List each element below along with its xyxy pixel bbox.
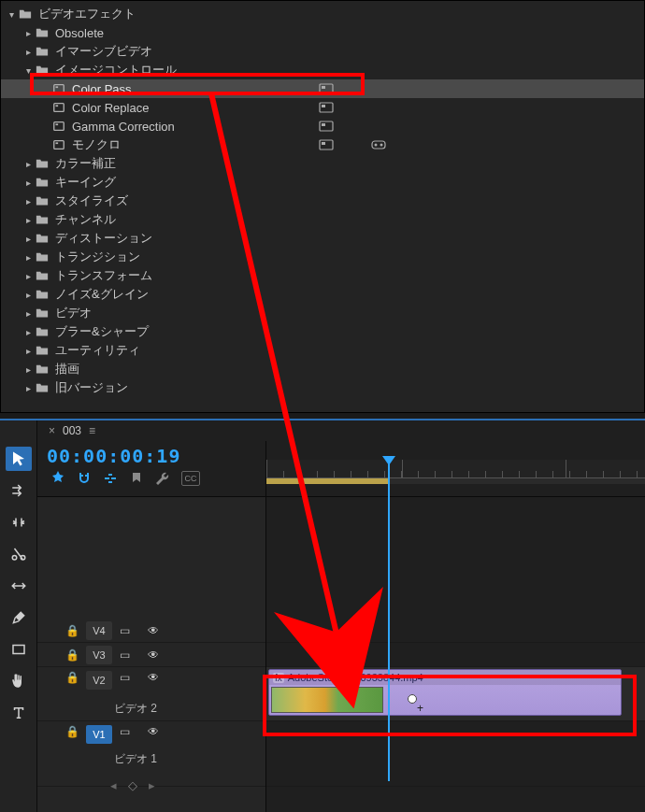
sequence-tab[interactable]: × 003 ≡	[37, 420, 645, 441]
timeline-options: CC	[47, 471, 265, 486]
add-keyframe-icon[interactable]: ◇	[128, 778, 137, 792]
lock-icon[interactable]: 🔒	[65, 624, 79, 637]
track-toggle[interactable]: V4	[86, 621, 112, 640]
lock-icon[interactable]: 🔒	[65, 648, 79, 662]
tree-preset-row[interactable]: Color Replace	[1, 98, 644, 117]
track-header-v3[interactable]: 🔒 V3 ▭ 👁	[37, 643, 265, 667]
eye-icon[interactable]: 👁	[148, 671, 159, 684]
snap-icon[interactable]	[50, 471, 65, 486]
track-header-v1[interactable]: 🔒 V1 ▭ 👁 ビデオ 1 ◂ ◇ ▸	[37, 721, 265, 787]
eye-icon[interactable]: 👁	[148, 648, 159, 662]
pen-tool[interactable]	[6, 605, 32, 630]
marker-icon[interactable]	[129, 471, 144, 486]
chevron-right-icon[interactable]: ▸	[22, 45, 35, 58]
eye-icon[interactable]: 👁	[148, 725, 159, 738]
eye-icon[interactable]: 👁	[148, 624, 159, 637]
ruler-tick	[566, 460, 566, 478]
chevron-right-icon[interactable]: ▸	[22, 176, 35, 189]
clips-area[interactable]: fx AdobeStock_200933844.mp4 +	[266, 497, 645, 812]
chevron-right-icon[interactable]: ▸	[22, 250, 35, 264]
tree-preset-row[interactable]: Color Pass	[1, 79, 644, 98]
ruler-area[interactable]: :00:0000:00:01:0000:00:02:00	[266, 441, 645, 496]
razor-tool[interactable]	[6, 542, 32, 566]
preset-icon	[51, 137, 66, 152]
chevron-right-icon[interactable]: ▸	[22, 363, 35, 376]
keyframe-marker[interactable]	[408, 694, 417, 704]
filmstrip-icon[interactable]: ▭	[120, 624, 140, 637]
hand-tool[interactable]	[6, 669, 32, 693]
timeline-header-left: 00:00:00:19 CC	[37, 441, 266, 496]
svg-rect-1	[56, 86, 59, 88]
chevron-down-icon[interactable]: ▾	[22, 64, 35, 77]
rectangle-tool[interactable]	[6, 637, 32, 662]
tree-folder-row[interactable]: ▸ユーティリティ	[1, 341, 644, 360]
chevron-right-icon[interactable]: ▸	[22, 381, 35, 394]
filmstrip-icon[interactable]: ▭	[120, 671, 140, 684]
tree-folder-row[interactable]: ▸ノイズ&グレイン	[1, 285, 644, 304]
chevron-right-icon[interactable]: ▸	[22, 232, 35, 245]
filmstrip-icon[interactable]: ▭	[120, 648, 140, 662]
chevron-right-icon[interactable]: ▸	[22, 325, 35, 338]
tree-folder-row[interactable]: ▸ディストーション	[1, 229, 644, 248]
playhead[interactable]	[388, 463, 390, 781]
tree-folder-row[interactable]: ▸キーイング	[1, 173, 644, 192]
chevron-right-icon[interactable]: ▸	[22, 157, 35, 170]
track-toggle[interactable]: V2	[86, 671, 112, 690]
lock-icon[interactable]: 🔒	[65, 725, 79, 738]
magnet-icon[interactable]	[77, 471, 92, 486]
track-toggle[interactable]: V3	[86, 646, 112, 664]
tree-folder-row[interactable]: ▸描画	[1, 360, 644, 378]
tree-label: Color Pass	[72, 82, 132, 96]
track-toggle[interactable]: V1	[86, 725, 112, 744]
timecode-display[interactable]: 00:00:00:19	[47, 445, 265, 467]
track-header-v4[interactable]: 🔒 V4 ▭ 👁	[37, 619, 265, 643]
folder-icon	[35, 231, 50, 246]
next-keyframe-icon[interactable]: ▸	[149, 778, 155, 792]
tree-folder-row[interactable]: ▸カラー補正	[1, 154, 644, 173]
selection-tool[interactable]	[6, 447, 32, 471]
time-ruler[interactable]	[266, 460, 645, 478]
prev-keyframe-icon[interactable]: ◂	[110, 778, 117, 792]
chevron-down-icon[interactable]: ▾	[5, 7, 18, 21]
chevron-right-icon[interactable]: ▸	[22, 26, 35, 39]
linked-selection-icon[interactable]	[103, 471, 118, 486]
chevron-right-icon[interactable]: ▸	[22, 269, 35, 282]
filmstrip-icon[interactable]: ▭	[120, 725, 140, 738]
clip-thumbnail	[271, 687, 383, 713]
tree-row-root[interactable]: ▾ ビデオエフェクト	[1, 5, 644, 23]
chevron-right-icon[interactable]: ▸	[22, 344, 35, 357]
tree-folder-row[interactable]: ▸イマーシブビデオ	[1, 42, 644, 61]
chevron-right-icon[interactable]: ▸	[22, 306, 35, 320]
panel-menu-icon[interactable]: ≡	[89, 424, 95, 437]
tree-preset-row[interactable]: モノクロ	[1, 135, 644, 154]
chevron-right-icon[interactable]: ▸	[22, 194, 35, 207]
tool-column	[0, 420, 37, 812]
tree-folder-row[interactable]: ▸スタイライズ	[1, 192, 644, 210]
chevron-right-icon[interactable]: ▸	[22, 288, 35, 301]
fx-badge[interactable]: fx	[273, 673, 284, 683]
folder-icon	[35, 268, 50, 283]
chevron-right-icon[interactable]: ▸	[22, 213, 35, 226]
cc-icon[interactable]: CC	[181, 471, 200, 486]
tree-folder-row[interactable]: ▸旧バージョン	[1, 378, 644, 397]
tree-preset-row[interactable]: Gamma Correction	[1, 117, 644, 135]
tree-folder-row[interactable]: ▸トランスフォーム	[1, 266, 644, 285]
video-clip[interactable]: fx AdobeStock_200933844.mp4 +	[268, 669, 622, 716]
close-icon[interactable]: ×	[49, 424, 55, 437]
tree-folder-row[interactable]: ▸ビデオ	[1, 304, 644, 322]
tree-label: Gamma Correction	[72, 120, 175, 134]
tree-folder-row[interactable]: ▸トランジション	[1, 248, 644, 266]
ripple-edit-tool[interactable]	[6, 510, 32, 534]
tree-folder-row[interactable]: ▸ブラー&シャープ	[1, 322, 644, 341]
tree-folder-row[interactable]: ▸Obsolete	[1, 23, 644, 42]
tree-folder-row[interactable]: ▸チャンネル	[1, 210, 644, 229]
track-select-tool[interactable]	[6, 478, 32, 503]
slip-tool[interactable]	[6, 574, 32, 598]
ruler-subtick	[384, 471, 385, 478]
work-area-active[interactable]	[266, 478, 388, 484]
lock-icon[interactable]: 🔒	[65, 671, 79, 684]
type-tool[interactable]	[6, 701, 32, 725]
wrench-icon[interactable]	[155, 471, 170, 486]
track-header-v2[interactable]: 🔒 V2 ▭ 👁 ビデオ 2	[37, 667, 265, 721]
tree-folder-row[interactable]: ▾イメージコントロール	[1, 61, 644, 79]
